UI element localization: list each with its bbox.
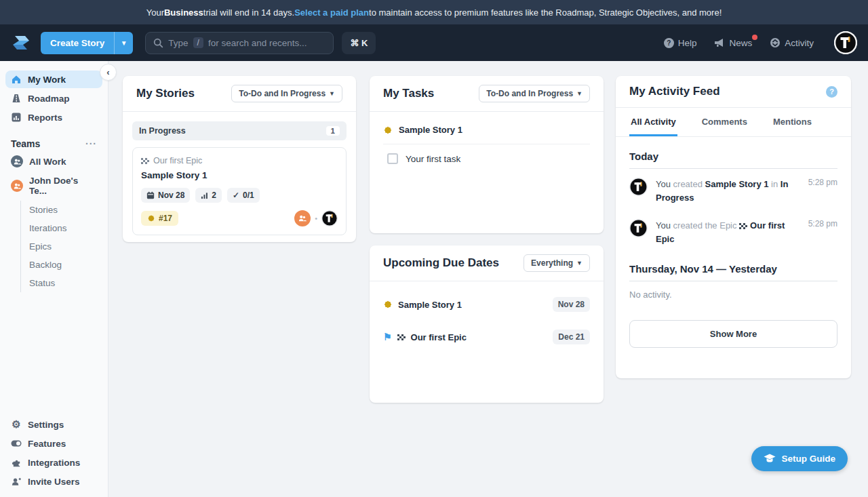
user-avatar[interactable] — [834, 31, 857, 54]
points-value: 2 — [212, 191, 216, 200]
help-menu-item[interactable]: ? Help — [664, 38, 697, 48]
sidebar-item-epics[interactable]: Epics — [21, 237, 108, 256]
feed-actor: You — [656, 220, 671, 231]
search-input[interactable]: Type / for search and recents... — [145, 32, 334, 54]
story-star-icon — [383, 300, 393, 309]
chevron-down-icon: ▼ — [329, 90, 335, 97]
teams-header-label: Teams — [11, 138, 40, 149]
sidebar-item-label: Roadmap — [28, 94, 70, 104]
feed-day-heading: Thursday, Nov 14 — Yesterday — [629, 263, 837, 275]
feed-verb: created the Epic — [671, 220, 739, 231]
show-more-button[interactable]: Show More — [629, 320, 837, 348]
sidebar-collapse-button[interactable]: ‹ — [100, 64, 117, 81]
select-paid-plan-link[interactable]: Select a paid plan — [294, 7, 369, 18]
toggle-icon — [11, 438, 22, 449]
search-icon — [153, 37, 163, 48]
sidebar-item-settings[interactable]: ⚙ Settings — [5, 416, 102, 433]
group-label: In Progress — [139, 126, 186, 136]
sidebar-item-my-work[interactable]: My Work — [5, 71, 102, 88]
help-icon[interactable]: ? — [826, 86, 837, 98]
news-notification-dot — [752, 35, 757, 40]
due-dates-filter-dropdown[interactable]: Everything ▼ — [524, 254, 590, 272]
my-tasks-filter-dropdown[interactable]: To-Do and In Progress ▼ — [479, 85, 590, 102]
task-checkbox[interactable] — [387, 153, 398, 164]
story-footer: #17 • — [141, 210, 338, 226]
due-date-badge: Nov 28 — [141, 188, 190, 203]
teams-section-header: Teams ··· — [11, 138, 97, 149]
sidebar-item-john-does-team[interactable]: John Doe's Te... — [5, 172, 102, 199]
sidebar-item-integrations[interactable]: Integrations — [5, 454, 102, 471]
my-stories-filter-dropdown[interactable]: To-Do and In Progress ▼ — [231, 85, 342, 102]
feed-avatar — [629, 178, 648, 196]
due-date-row[interactable]: ⚑ Our first Epic Dec 21 — [383, 321, 590, 353]
sidebar-item-label: My Work — [28, 75, 66, 85]
activity-menu-item[interactable]: Activity — [770, 37, 814, 48]
upcoming-due-dates-card: Upcoming Due Dates Everything ▼ Sample S… — [370, 245, 604, 403]
sidebar-item-all-work[interactable]: All Work — [5, 152, 102, 171]
sidebar-item-label: Settings — [28, 420, 64, 430]
my-stories-body: In Progress 1 Our first Epic Sample Stor… — [123, 112, 356, 245]
points-bars-icon — [201, 192, 208, 199]
in-progress-group-header[interactable]: In Progress 1 — [132, 121, 347, 140]
sidebar-item-backlog[interactable]: Backlog — [21, 256, 108, 274]
feed-item-text: You created the Epic Our first Epic — [656, 219, 795, 246]
create-story-split-button: Create Story ▼ — [41, 32, 133, 54]
feed-item[interactable]: You created Sample Story 1 in In Progres… — [629, 169, 837, 210]
sidebar-item-features[interactable]: Features — [5, 435, 102, 452]
shortcut-logo-icon[interactable] — [11, 33, 31, 53]
due-date-badge: Dec 21 — [553, 330, 590, 344]
epic-checkered-icon — [739, 223, 747, 229]
chevron-down-icon: ▼ — [576, 260, 583, 266]
create-story-button[interactable]: Create Story — [41, 32, 114, 54]
bar-chart-icon — [11, 112, 22, 123]
home-icon — [11, 74, 22, 85]
tab-comments[interactable]: Comments — [701, 108, 749, 136]
slash-key-badge: / — [193, 37, 203, 48]
chevron-down-icon: ▼ — [576, 90, 583, 97]
owner-avatar[interactable] — [321, 210, 338, 226]
story-card[interactable]: Our first Epic Sample Story 1 Nov 28 — [132, 147, 347, 235]
feed-item[interactable]: You created the Epic Our first Epic 5:28… — [629, 210, 837, 252]
activity-feed-card: My Activity Feed ? All Activity Comments… — [616, 76, 851, 378]
epic-checkered-icon — [397, 334, 406, 340]
sidebar-item-iterations[interactable]: Iterations — [21, 219, 108, 237]
teams-overflow-menu-icon[interactable]: ··· — [85, 138, 97, 149]
activity-label: Activity — [785, 38, 814, 48]
activity-icon — [770, 37, 781, 48]
group-count-badge: 1 — [326, 126, 340, 136]
team-avatar-icon — [11, 180, 23, 192]
app-window: Your Business trial will end in 14 days.… — [0, 0, 868, 497]
story-badges: Nov 28 2 ✓ 0/1 — [141, 188, 338, 203]
my-tasks-header: My Tasks To-Do and In Progress ▼ — [370, 76, 604, 112]
due-date-row[interactable]: Sample Story 1 Nov 28 — [383, 288, 590, 321]
due-row-label: Sample Story 1 — [398, 300, 462, 310]
story-id: #17 — [159, 214, 172, 223]
no-activity-text: No activity. — [629, 290, 837, 300]
cmd-k-shortcut-badge[interactable]: ⌘ K — [342, 32, 376, 54]
sidebar-item-invite-users[interactable]: Invite Users — [5, 473, 102, 490]
roadmap-icon — [11, 93, 22, 104]
sidebar-item-reports[interactable]: Reports — [5, 108, 102, 126]
calendar-icon — [146, 191, 155, 199]
requester-avatar[interactable] — [294, 210, 311, 226]
points-badge: 2 — [195, 188, 222, 203]
sidebar-item-label: All Work — [29, 157, 66, 167]
sidebar-item-stories[interactable]: Stories — [21, 201, 108, 219]
story-id-badge[interactable]: #17 — [141, 211, 178, 226]
task-row: Your first task — [383, 144, 590, 173]
sidebar-item-roadmap[interactable]: Roadmap — [5, 90, 102, 107]
tab-all-activity[interactable]: All Activity — [629, 108, 677, 136]
top-navbar: Create Story ▼ Type / for search and rec… — [0, 24, 868, 61]
setup-guide-button[interactable]: Setup Guide — [751, 446, 848, 471]
megaphone-icon — [714, 37, 725, 48]
news-menu-item[interactable]: News — [714, 37, 752, 48]
my-stories-card: My Stories To-Do and In Progress ▼ In Pr… — [123, 76, 356, 242]
due-date-value: Nov 28 — [158, 191, 184, 200]
sidebar-item-status[interactable]: Status — [21, 274, 108, 292]
my-tasks-body: Sample Story 1 Your first task — [370, 112, 604, 177]
sidebar-item-label: John Doe's Te... — [29, 176, 97, 196]
feed-avatar — [629, 219, 648, 237]
task-story-row[interactable]: Sample Story 1 — [383, 116, 590, 144]
tab-mentions[interactable]: Mentions — [772, 108, 813, 136]
create-story-dropdown-button[interactable]: ▼ — [114, 32, 133, 54]
